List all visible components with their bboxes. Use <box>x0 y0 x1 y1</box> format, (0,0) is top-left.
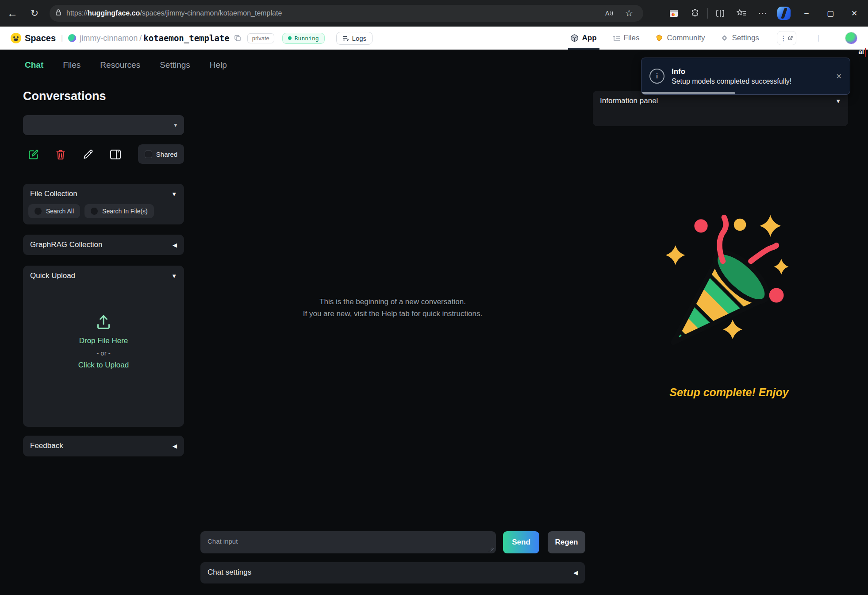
radio-search-in-files[interactable]: Search In File(s) <box>84 204 154 218</box>
regen-button[interactable]: Regen <box>548 531 585 553</box>
empty-conversation-message: This is the beginning of a new conversat… <box>200 296 585 320</box>
tab-resources[interactable]: Resources <box>100 60 140 73</box>
quick-upload-header[interactable]: Quick Upload ▼ <box>23 266 184 286</box>
files-tree-icon <box>613 35 620 42</box>
url-text: https://huggingface.co/spaces/jimmy-cinn… <box>66 9 282 17</box>
chevron-down-icon: ▾ <box>174 122 177 128</box>
upload-icon <box>95 313 112 330</box>
hf-tab-community[interactable]: Community <box>655 27 705 50</box>
toggle-panel-button[interactable] <box>102 145 129 164</box>
gear-icon <box>721 35 728 42</box>
info-icon: i <box>649 69 664 84</box>
rename-conversation-button[interactable] <box>74 145 102 164</box>
repo-link[interactable]: kotaemon_template <box>143 33 229 43</box>
cube-icon <box>571 34 578 42</box>
conversations-title: Conversations <box>23 89 106 103</box>
tab-settings[interactable]: Settings <box>160 60 190 73</box>
hf-tab-settings[interactable]: Settings <box>721 27 759 50</box>
back-icon[interactable]: ← <box>4 4 21 22</box>
read-aloud-icon[interactable]: A <box>600 4 618 22</box>
settings-more-icon[interactable]: ⋯ <box>754 4 772 22</box>
toast-message: Setup models completed successfully! <box>672 77 791 85</box>
party-popper-illustration <box>655 212 801 359</box>
file-drop-zone[interactable]: Drop File Here - or - Click to Upload <box>23 313 184 370</box>
user-avatar[interactable] <box>845 32 857 44</box>
accordion-closed-icon: ◀ <box>173 443 177 449</box>
minimize-icon[interactable]: – <box>796 3 817 23</box>
toast-title: Info <box>672 67 791 76</box>
logs-button[interactable]: Logs <box>336 32 373 45</box>
huggingface-logo-icon[interactable] <box>11 33 21 43</box>
delete-conversation-button[interactable] <box>47 145 74 164</box>
radio-icon <box>35 208 42 215</box>
file-collection-header[interactable]: File Collection ▼ <box>23 184 184 204</box>
copy-icon[interactable] <box>234 35 241 42</box>
collections-icon[interactable] <box>665 4 683 22</box>
favorite-star-icon[interactable]: ☆ <box>620 4 638 22</box>
running-dot-icon <box>288 36 292 40</box>
refresh-icon[interactable]: ↻ <box>26 4 43 22</box>
toast-close-icon[interactable]: ✕ <box>836 72 842 81</box>
accordion-open-icon: ▼ <box>171 191 177 197</box>
address-bar[interactable]: https://huggingface.co/spaces/jimmy-cinn… <box>50 5 643 22</box>
running-badge[interactable]: Running <box>282 33 325 44</box>
spaces-brand[interactable]: Spaces <box>25 33 56 43</box>
accordion-open-icon: ▼ <box>171 273 177 279</box>
feedback-panel: Feedback ◀ <box>23 436 184 456</box>
favorites-list-icon[interactable] <box>733 4 750 22</box>
community-hand-icon <box>655 34 663 42</box>
hf-tab-app[interactable]: App <box>571 27 596 50</box>
graphrag-panel: GraphRAG Collection ◀ <box>23 235 184 255</box>
browser-toolbar: ← ↻ https://huggingface.co/spaces/jimmy-… <box>0 0 868 27</box>
feedback-header[interactable]: Feedback ◀ <box>23 436 184 456</box>
or-label: - or - <box>23 349 184 357</box>
path-slash: / <box>139 34 142 43</box>
radio-search-all[interactable]: Search All <box>28 204 80 218</box>
private-badge: private <box>247 33 274 43</box>
quick-upload-panel: Quick Upload ▼ Drop File Here - or - Cli… <box>23 266 184 427</box>
hf-header: Spaces | jimmy-cinnamon / kotaemon_templ… <box>0 27 868 50</box>
send-button[interactable]: Send <box>503 531 539 553</box>
side-panel-icon <box>109 149 122 160</box>
drop-file-label: Drop File Here <box>23 336 184 345</box>
trash-icon <box>55 149 66 161</box>
setup-complete-message: Setup complete! Enjoy <box>614 386 844 399</box>
pencil-icon <box>82 149 94 160</box>
toolbar-divider <box>707 8 708 19</box>
tab-help[interactable]: Help <box>210 60 227 73</box>
conversation-select[interactable]: ▾ <box>23 115 184 135</box>
checkbox-icon <box>145 151 152 158</box>
kotaemon-app: Chat Files Resources Settings Help Conve… <box>0 50 868 595</box>
compose-icon <box>27 149 39 161</box>
clipped-text-fragment: al <box>858 48 866 57</box>
logs-icon <box>342 35 349 41</box>
more-options-button[interactable]: ⋮ <box>777 31 796 45</box>
toast-progress-bar <box>641 92 735 94</box>
lock-icon <box>55 9 62 18</box>
new-conversation-button[interactable] <box>19 145 47 164</box>
svg-text:A: A <box>605 10 610 17</box>
header-separator: | <box>818 34 819 42</box>
information-panel: Information panel ▼ <box>593 91 848 126</box>
chat-settings-panel: Chat settings ◀ <box>200 562 585 583</box>
radio-icon <box>91 208 98 215</box>
graphrag-header[interactable]: GraphRAG Collection ◀ <box>23 235 184 255</box>
link-icon <box>788 35 793 41</box>
conversation-toolbar <box>19 144 129 165</box>
click-to-upload-link[interactable]: Click to Upload <box>23 361 184 370</box>
hf-tab-files[interactable]: Files <box>613 27 640 50</box>
maximize-icon[interactable]: ▢ <box>820 3 841 23</box>
tab-chat[interactable]: Chat <box>25 60 43 73</box>
chat-input[interactable] <box>200 531 496 553</box>
split-screen-icon[interactable] <box>711 4 729 22</box>
tab-files[interactable]: Files <box>63 60 81 73</box>
owner-link[interactable]: jimmy-cinnamon <box>80 34 138 43</box>
shared-checkbox[interactable]: Shared <box>138 144 184 164</box>
info-toast: i Info Setup models completed successful… <box>641 58 850 95</box>
file-collection-panel: File Collection ▼ Search All Search In F… <box>23 184 184 224</box>
close-icon[interactable]: ✕ <box>844 3 864 23</box>
extensions-icon[interactable] <box>686 4 704 22</box>
chat-settings-header[interactable]: Chat settings ◀ <box>200 562 585 583</box>
owner-avatar[interactable] <box>68 34 76 42</box>
copilot-icon[interactable] <box>775 4 793 22</box>
